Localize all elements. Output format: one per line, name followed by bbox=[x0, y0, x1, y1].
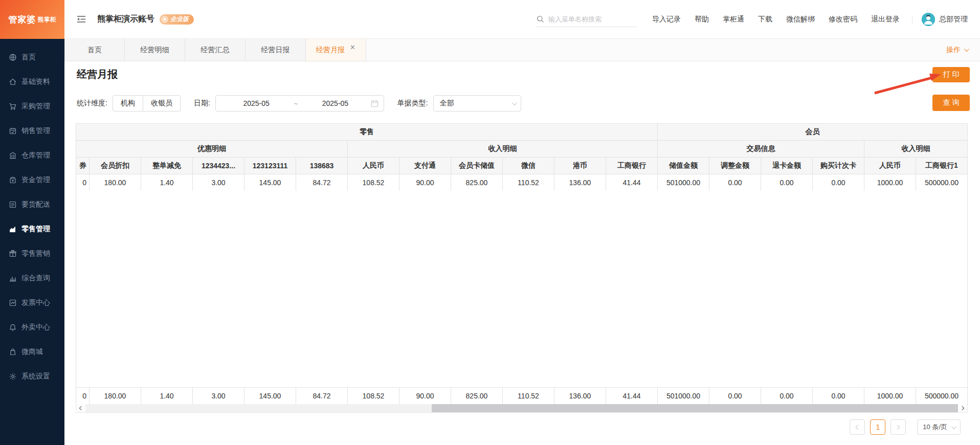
link-download[interactable]: 下载 bbox=[758, 15, 772, 24]
sidebar-item-purchase[interactable]: 采购管理 bbox=[0, 94, 64, 119]
search-icon bbox=[537, 15, 544, 23]
date-from-value[interactable]: 2025-05 bbox=[221, 99, 292, 107]
summary-cell: 136.00 bbox=[554, 388, 606, 405]
sidebar-item-funds[interactable]: 资金管理 bbox=[0, 168, 64, 192]
next-page-button[interactable] bbox=[890, 419, 906, 435]
current-page-button[interactable]: 1 bbox=[870, 419, 885, 435]
table-cell: 500000.00 bbox=[916, 174, 968, 191]
link-zhangguitong[interactable]: 掌柜通 bbox=[723, 15, 744, 24]
query-button[interactable]: 查 询 bbox=[932, 95, 970, 111]
star-icon: ★ bbox=[161, 16, 168, 23]
gear-icon bbox=[9, 372, 17, 381]
scroll-left-button[interactable] bbox=[76, 404, 85, 412]
sidebar-item-label: 发票中心 bbox=[21, 298, 50, 307]
column-header: 微信 bbox=[503, 158, 554, 174]
filter-bar: 统计维度: 机构 收银员 日期: 2025-05 ~ 2025-05 单据类型:… bbox=[77, 95, 521, 112]
divider bbox=[912, 15, 912, 24]
action-dropdown[interactable]: 操作 bbox=[946, 39, 980, 61]
page-size-select[interactable]: 10 条/页 bbox=[917, 419, 961, 435]
bell-icon bbox=[9, 323, 17, 331]
invoice-icon bbox=[9, 299, 17, 307]
doc-type-select[interactable]: 全部 bbox=[433, 95, 521, 112]
list-icon bbox=[9, 201, 17, 209]
column-group-header: 会员 bbox=[658, 124, 968, 141]
table-cell: 180.00 bbox=[90, 174, 141, 191]
column-header: 券 bbox=[76, 158, 90, 174]
table-cell: 1.40 bbox=[141, 174, 193, 191]
sidebar-item-warehouse[interactable]: 仓库管理 bbox=[0, 143, 64, 168]
chevron-down-icon bbox=[964, 47, 969, 52]
dimension-option-org[interactable]: 机构 bbox=[113, 95, 143, 112]
link-help[interactable]: 帮助 bbox=[695, 15, 709, 24]
sidebar-item-system-settings[interactable]: 系统设置 bbox=[0, 364, 64, 389]
sidebar-item-retail-management[interactable]: 零售管理 bbox=[0, 217, 64, 241]
sidebar-item-retail-marketing[interactable]: 零售营销 bbox=[0, 241, 64, 266]
column-group-header: 收入明细 bbox=[864, 141, 968, 158]
table-cell: 501000.00 bbox=[658, 174, 709, 191]
tab-label: 经营明细 bbox=[141, 46, 169, 55]
link-change-password[interactable]: 修改密码 bbox=[829, 15, 857, 24]
summary-cell: 145.00 bbox=[244, 388, 296, 405]
sidebar-item-micro-mall[interactable]: 微商城 bbox=[0, 340, 64, 364]
link-import-records[interactable]: 导入记录 bbox=[652, 15, 681, 24]
sidebar-item-comprehensive-query[interactable]: 综合查询 bbox=[0, 266, 64, 291]
summary-cell: 0.00 bbox=[761, 388, 813, 405]
collapse-sidebar-icon[interactable] bbox=[77, 15, 86, 23]
sidebar-item-sales[interactable]: 销售管理 bbox=[0, 119, 64, 143]
column-header: 退卡金额 bbox=[761, 158, 813, 174]
sidebar-item-delivery[interactable]: 要货配送 bbox=[0, 192, 64, 217]
search-input[interactable] bbox=[548, 15, 630, 23]
column-group-header: 零售 bbox=[76, 124, 658, 141]
user-name[interactable]: 总部管理 bbox=[939, 15, 968, 24]
sidebar-item-invoice-center[interactable]: 发票中心 bbox=[0, 291, 64, 315]
link-logout[interactable]: 退出登录 bbox=[871, 15, 900, 24]
report-table: 零售会员优惠明细收入明细交易信息收入明细券会员折扣整单减免1234423...1… bbox=[76, 123, 968, 191]
column-group-header: 收入明细 bbox=[348, 141, 658, 158]
table-cell: 0.00 bbox=[761, 174, 813, 191]
column-header: 会员折扣 bbox=[90, 158, 141, 174]
user-avatar[interactable] bbox=[922, 13, 935, 26]
table-cell: 1000.00 bbox=[864, 174, 916, 191]
table-cell: 3.00 bbox=[193, 174, 244, 191]
sidebar-item-label: 仓库管理 bbox=[21, 151, 50, 160]
chevron-down-icon bbox=[951, 424, 956, 429]
tab-business-summary[interactable]: 经营汇总 bbox=[185, 39, 246, 61]
tab-monthly-report[interactable]: 经营月报 ✕ bbox=[306, 39, 366, 61]
table-cell: 0.00 bbox=[813, 174, 864, 191]
column-header: 工商银行 bbox=[606, 158, 658, 174]
summary-cell: 0.00 bbox=[813, 388, 864, 405]
date-separator: ~ bbox=[292, 100, 300, 107]
home-icon bbox=[9, 78, 17, 86]
edition-badge: ★ 企业版 bbox=[160, 14, 194, 25]
summary-cell: 0.00 bbox=[709, 388, 761, 405]
scroll-right-button[interactable] bbox=[958, 404, 967, 412]
scrollbar-track[interactable] bbox=[85, 404, 958, 412]
table-cell: 90.00 bbox=[399, 174, 451, 191]
menu-search bbox=[537, 12, 637, 27]
bank-icon bbox=[9, 151, 17, 160]
brand-name-primary: 管家婆 bbox=[9, 14, 36, 26]
table-cell: 108.52 bbox=[348, 174, 399, 191]
tab-business-detail[interactable]: 经营明细 bbox=[125, 39, 185, 61]
sidebar-item-label: 要货配送 bbox=[21, 200, 50, 209]
date-to-value[interactable]: 2025-05 bbox=[300, 99, 371, 107]
sidebar-item-basic-data[interactable]: 基础资料 bbox=[0, 70, 64, 94]
page-size-value: 10 条/页 bbox=[923, 422, 947, 432]
sidebar-item-takeout-center[interactable]: 外卖中心 bbox=[0, 315, 64, 340]
dimension-option-cashier[interactable]: 收银员 bbox=[143, 95, 181, 112]
sidebar-item-home[interactable]: 首页 bbox=[0, 45, 64, 70]
print-button[interactable]: 打 印 bbox=[932, 67, 970, 82]
brand-logo: 管家婆 熊掌柜 bbox=[0, 0, 64, 39]
prev-page-button[interactable] bbox=[850, 419, 865, 435]
bar-chart-icon bbox=[9, 274, 17, 282]
scrollbar-thumb[interactable] bbox=[432, 404, 958, 412]
tab-daily-report[interactable]: 经营日报 bbox=[246, 39, 306, 61]
tabbar: 首页 经营明细 经营汇总 经营日报 经营月报 ✕ 操作 bbox=[64, 39, 980, 61]
tab-home[interactable]: 首页 bbox=[64, 39, 125, 61]
column-header: 购买计次卡 bbox=[813, 158, 864, 174]
column-header: 123123111 bbox=[244, 158, 296, 174]
date-range-input[interactable]: 2025-05 ~ 2025-05 bbox=[215, 95, 384, 112]
close-icon[interactable]: ✕ bbox=[350, 43, 355, 51]
link-wechat-unbind[interactable]: 微信解绑 bbox=[786, 15, 815, 24]
bag-icon bbox=[9, 348, 17, 356]
